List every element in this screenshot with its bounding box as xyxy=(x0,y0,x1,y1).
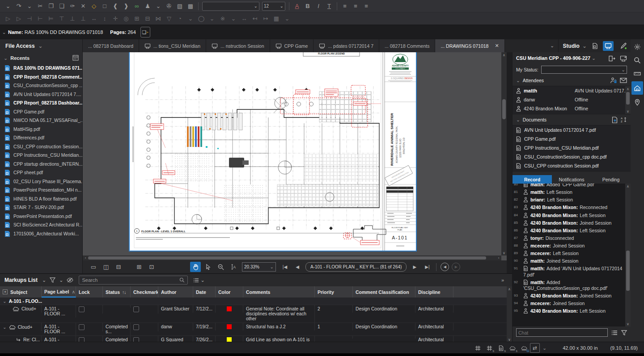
scrollbar-thumb[interactable] xyxy=(502,99,506,119)
markups-scrollbar[interactable]: ∧ ∨ xyxy=(507,286,512,342)
attendee-row[interactable]: danw Offline xyxy=(513,95,631,104)
chevron-down-icon[interactable]: ⌄ xyxy=(542,345,547,351)
bold-icon[interactable]: B xyxy=(303,1,313,11)
align-top-icon[interactable]: ⊤ xyxy=(57,14,67,24)
recent-file-item[interactable]: CPP startup directions_INTERN... xyxy=(0,160,82,169)
font-family-select[interactable]: ⌄ xyxy=(202,2,259,11)
scroll-down-icon[interactable]: ∨ xyxy=(625,321,631,327)
my-status-select[interactable]: ⌄ xyxy=(541,66,627,74)
document-view[interactable]: FLOOR PLAN LEGEND xyxy=(83,52,507,260)
record-entry[interactable]: 88mcecere:Joined Session xyxy=(513,242,631,250)
align-bottom-icon[interactable]: ⊥ xyxy=(78,14,88,24)
zoom-tool-icon[interactable] xyxy=(215,262,226,272)
markup-reply-row[interactable]: Re: Cl... A-101 - FLOOR ... Completed se… xyxy=(0,336,512,342)
recent-file-item[interactable]: Differences.pdf xyxy=(0,134,82,142)
redo-icon[interactable]: ↷ xyxy=(14,1,24,11)
settings-gear-icon[interactable] xyxy=(631,41,643,53)
arrow-long-icon[interactable]: ↔ xyxy=(239,14,249,24)
snap-center-icon[interactable]: ◎ xyxy=(121,14,131,24)
column-checkmark[interactable]: Checkmark xyxy=(131,286,158,297)
recent-file-item[interactable]: CSU_ConstructionSession_cpp ... xyxy=(0,81,82,90)
search-panel-icon[interactable] xyxy=(631,54,643,66)
studio-menu[interactable]: Studio⌄ xyxy=(559,39,618,52)
stamp-chevron-icon[interactable]: ⌄ xyxy=(153,1,163,11)
column-subject[interactable]: +Subject xyxy=(0,286,42,297)
shape-icon[interactable]: ◯ xyxy=(196,14,206,24)
sort-az-icon[interactable] xyxy=(621,117,627,123)
leave-session-icon[interactable] xyxy=(608,55,615,62)
expand-panel-icon[interactable]: » xyxy=(501,277,504,283)
align-center-icon[interactable]: ≡ xyxy=(351,1,360,11)
studio-projects-icon[interactable] xyxy=(589,41,600,51)
scroll-up-icon[interactable]: ∧ xyxy=(501,52,507,58)
column-lock[interactable]: Lock xyxy=(76,286,103,297)
attendee-row[interactable]: matth AVN Unit Updates 0717... xyxy=(513,86,631,95)
hide-markups-icon[interactable] xyxy=(67,277,73,283)
next-view-icon[interactable]: ▶ xyxy=(452,263,460,271)
previous-page-icon[interactable]: ◀ xyxy=(292,262,303,272)
checkmark-checkbox[interactable] xyxy=(133,306,139,312)
delete-icon[interactable]: ✕ xyxy=(78,1,88,11)
attendee-row[interactable]: 4240 Brandon Mixon Offline xyxy=(513,104,631,113)
horizontal-scrollbar[interactable]: ‹ › xyxy=(83,255,501,260)
chat-list-icon[interactable] xyxy=(611,330,618,335)
record-entry[interactable]: 94mcecere:Joined Session xyxy=(513,300,631,307)
record-entry[interactable]: 864240 Brandon Mixon:Left Session xyxy=(513,227,631,235)
recent-file-item[interactable]: HINES BLD A floor flatness.pdf xyxy=(0,195,82,204)
dropdown-chevron-icon[interactable]: ⌄ xyxy=(3,1,13,11)
recent-file-item[interactable]: CPP sheet.pdf xyxy=(0,168,82,177)
scroll-down-icon[interactable]: ∨ xyxy=(625,109,631,114)
pan-tool-icon[interactable] xyxy=(190,262,201,272)
chevron-down-icon[interactable]: ⌄ xyxy=(3,298,7,304)
arrow-right-icon[interactable]: ↦ xyxy=(261,14,271,24)
extract-pages-icon[interactable]: ❱ xyxy=(121,1,131,11)
align-center-v-icon[interactable]: ⊢ xyxy=(35,14,45,24)
document-tab[interactable]: ... nstruction Session ✕ xyxy=(206,39,270,52)
hatch-icon[interactable]: ※ xyxy=(218,14,228,24)
studio-sessions-icon[interactable] xyxy=(603,41,614,51)
recent-file-item[interactable]: CPP Report_082718 Comment... xyxy=(0,73,82,82)
column-comment-classification[interactable]: Comment Classification xyxy=(353,286,415,297)
checkmark-checkbox[interactable] xyxy=(133,324,139,330)
session-document-row[interactable]: AVN Unit Updates 07172014 7.pdf xyxy=(513,126,631,134)
measure-panel-icon[interactable] xyxy=(631,68,643,80)
record-entry[interactable]: 89mcecere:Left Session xyxy=(513,250,631,257)
format-painter-icon[interactable]: ✑ xyxy=(68,1,77,11)
session-document-row[interactable]: CPP Instructions_CSU Meridian.pdf xyxy=(513,143,631,152)
document-tab[interactable]: CPP Game ✕ xyxy=(270,39,314,52)
lock-checkbox[interactable] xyxy=(79,324,85,330)
cut-icon[interactable]: ✂ xyxy=(35,1,45,11)
lock-checkbox[interactable] xyxy=(79,306,85,312)
list-options-icon[interactable]: ⌄ xyxy=(193,277,204,283)
recent-file-item[interactable]: CPP Game.pdf xyxy=(0,108,82,117)
fill-chevron-icon[interactable]: ⌄ xyxy=(186,14,195,24)
tab-list-chevron-icon[interactable]: ⌄ xyxy=(547,39,559,52)
file-access-panel-header[interactable]: File Access⌄ xyxy=(0,39,83,52)
chat-filter-icon[interactable] xyxy=(621,330,627,335)
recent-file-item[interactable]: SCI BioScience2 Architectural R... xyxy=(0,221,82,230)
recents-settings-icon[interactable] xyxy=(72,54,79,62)
snap-to-content-icon[interactable]: s xyxy=(495,343,507,352)
document-tab[interactable]: ... 082718 Dashboard ✕ xyxy=(83,39,139,52)
filter-icon[interactable] xyxy=(50,277,55,283)
document-tab[interactable]: ... 082718 Comments ✕ xyxy=(379,39,435,52)
column-color[interactable]: Color xyxy=(216,286,243,297)
import-page-icon[interactable]: ⊞ xyxy=(134,262,144,272)
center-in-page-icon[interactable]: ✛ xyxy=(110,14,120,24)
column-discipline[interactable]: Discipline xyxy=(415,286,453,297)
first-page-icon[interactable]: |◀ xyxy=(280,262,290,272)
chevron-down-icon[interactable]: ⌄ xyxy=(4,55,8,61)
close-tab-icon[interactable]: ✕ xyxy=(495,43,499,49)
record-entry[interactable]: 844240 Brandon Mixon:Left Session xyxy=(513,212,631,219)
recent-file-item[interactable]: STAIR 7 - SURV-200.pdf xyxy=(0,203,82,212)
copy-icon[interactable]: ❐ xyxy=(46,1,56,11)
scrollbar-thumb[interactable] xyxy=(88,256,486,260)
chat-input[interactable] xyxy=(516,328,608,337)
chevron-down-icon[interactable]: ⌄ xyxy=(59,277,63,283)
chevron-down-icon[interactable]: ⌄ xyxy=(516,78,520,83)
column-page-label[interactable]: Page Label∧ xyxy=(42,286,76,297)
scroll-up-icon[interactable]: ∧ xyxy=(507,286,512,292)
scale-chevron-icon[interactable]: ⌄ xyxy=(282,14,292,24)
markup-group-row[interactable]: ⌄ A-101 - FLOO... xyxy=(0,297,512,305)
page-setup-icon[interactable]: ⊡ xyxy=(146,262,157,272)
